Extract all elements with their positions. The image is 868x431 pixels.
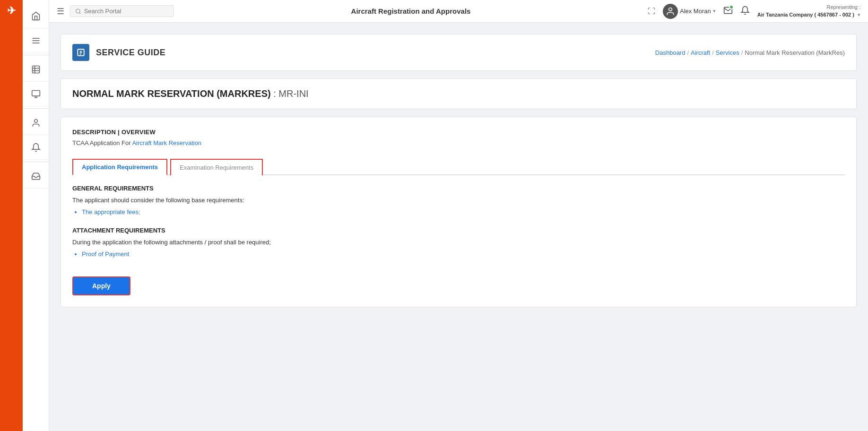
svg-rect-3 xyxy=(32,66,39,73)
user-chevron-icon: ▾ xyxy=(713,8,716,14)
service-guide-banner: SERVICE GUIDE Dashboard / Aircraft / Ser… xyxy=(61,34,857,71)
sidebar-item-bell[interactable] xyxy=(23,135,49,160)
page-title: NORMAL MARK RESERVATION (MARKRES) : MR-I… xyxy=(72,88,845,99)
description-prefix: TCAA Application For xyxy=(72,139,132,147)
brand-logo: ✈ xyxy=(7,5,16,17)
sidebar-item-documents[interactable] xyxy=(23,57,49,82)
user-menu[interactable]: Alex Moran ▾ xyxy=(663,4,716,19)
representing-label: Representing : xyxy=(757,4,860,11)
sidebar-item-person[interactable] xyxy=(23,111,49,135)
main-content-card: DESCRIPTION | OVERVIEW TCAA Application … xyxy=(61,117,857,307)
avatar xyxy=(663,4,678,19)
list-item: Proof of Payment xyxy=(82,250,845,258)
breadcrumb-sep-3: / xyxy=(741,49,743,56)
breadcrumb-current: Normal Mark Reservation (MarkRes) xyxy=(745,49,845,56)
mail-notification-dot xyxy=(729,5,734,9)
breadcrumb-aircraft[interactable]: Aircraft xyxy=(691,49,710,56)
content-wrapper: SERVICE GUIDE Dashboard / Aircraft / Ser… xyxy=(49,23,868,431)
mail-icon[interactable] xyxy=(723,6,733,17)
breadcrumb-sep-1: / xyxy=(687,49,689,56)
tab-application-requirements[interactable]: Application Requirements xyxy=(72,159,167,175)
service-guide-title: SERVICE GUIDE xyxy=(96,48,165,58)
sidebar-item-monitor[interactable] xyxy=(23,82,49,106)
menu-toggle-icon[interactable]: ☰ xyxy=(57,6,64,17)
header-actions: ⛶ Alex Moran ▾ xyxy=(648,4,860,19)
general-requirements-section: GENERAL REQUIREMENTS The applicant shoul… xyxy=(72,185,845,216)
search-icon xyxy=(75,8,81,15)
svg-point-11 xyxy=(76,9,80,13)
search-input[interactable] xyxy=(84,8,169,15)
general-requirements-title: GENERAL REQUIREMENTS xyxy=(72,185,845,192)
page-title-main: NORMAL MARK RESERVATION (MARKRES) xyxy=(72,88,271,99)
attachment-requirements-desc: During the application the following att… xyxy=(72,239,845,246)
brand-strip: ✈ xyxy=(0,0,23,431)
attachment-requirements-section: ATTACHMENT REQUIREMENTS During the appli… xyxy=(72,227,845,258)
search-box[interactable] xyxy=(70,5,174,17)
general-requirements-list: The appropriate fees; xyxy=(72,208,845,216)
description-text: TCAA Application For Aircraft Mark Reser… xyxy=(72,139,845,147)
breadcrumb-services[interactable]: Services xyxy=(716,49,739,56)
tab-examination-requirements[interactable]: Examination Requirements xyxy=(170,159,263,175)
svg-point-13 xyxy=(669,8,672,11)
breadcrumb: Dashboard / Aircraft / Services / Normal… xyxy=(655,49,845,56)
page-title-code: : MR-INI xyxy=(273,88,308,99)
representing-chevron-icon: ▾ xyxy=(858,12,860,17)
svg-line-12 xyxy=(79,12,80,13)
top-header: ☰ Aircraft Registration and Approvals ⛶ … xyxy=(49,0,868,23)
sidebar xyxy=(23,0,49,431)
breadcrumb-sep-2: / xyxy=(712,49,714,56)
sidebar-divider-2 xyxy=(23,108,49,109)
sidebar-item-menu[interactable] xyxy=(23,28,49,53)
description-section: DESCRIPTION | OVERVIEW TCAA Application … xyxy=(72,129,845,147)
username-label: Alex Moran xyxy=(680,8,711,15)
fullscreen-icon[interactable]: ⛶ xyxy=(648,7,655,16)
bell-icon[interactable] xyxy=(740,6,750,17)
description-heading: DESCRIPTION | OVERVIEW xyxy=(72,129,845,136)
attachment-requirements-title: ATTACHMENT REQUIREMENTS xyxy=(72,227,845,234)
general-requirements-desc: The applicant should consider the follow… xyxy=(72,197,845,204)
attachment-requirements-list: Proof of Payment xyxy=(72,250,845,258)
svg-point-10 xyxy=(34,119,37,122)
svg-rect-7 xyxy=(32,90,40,96)
page-title-section: NORMAL MARK RESERVATION (MARKRES) : MR-I… xyxy=(61,78,857,109)
main-area: ☰ Aircraft Registration and Approvals ⛶ … xyxy=(49,0,868,431)
sidebar-divider-1 xyxy=(23,55,49,55)
apply-button[interactable]: Apply xyxy=(72,276,130,295)
service-guide-left: SERVICE GUIDE xyxy=(72,44,165,61)
tabs-row: Application Requirements Examination Req… xyxy=(72,158,845,175)
sidebar-divider-3 xyxy=(23,162,49,162)
sidebar-item-inbox[interactable] xyxy=(23,164,49,189)
page-header-title: Aircraft Registration and Approvals xyxy=(180,7,642,15)
description-link[interactable]: Aircraft Mark Reservation xyxy=(132,139,201,147)
service-guide-icon xyxy=(72,44,89,61)
sidebar-item-home[interactable] xyxy=(23,4,49,28)
representing-company: Air Tanzania Company ( 4567867 - 002 ) xyxy=(757,12,854,17)
list-item: The appropriate fees; xyxy=(82,208,845,216)
breadcrumb-dashboard[interactable]: Dashboard xyxy=(655,49,686,56)
representing-info: Representing : Air Tanzania Company ( 45… xyxy=(757,4,860,18)
